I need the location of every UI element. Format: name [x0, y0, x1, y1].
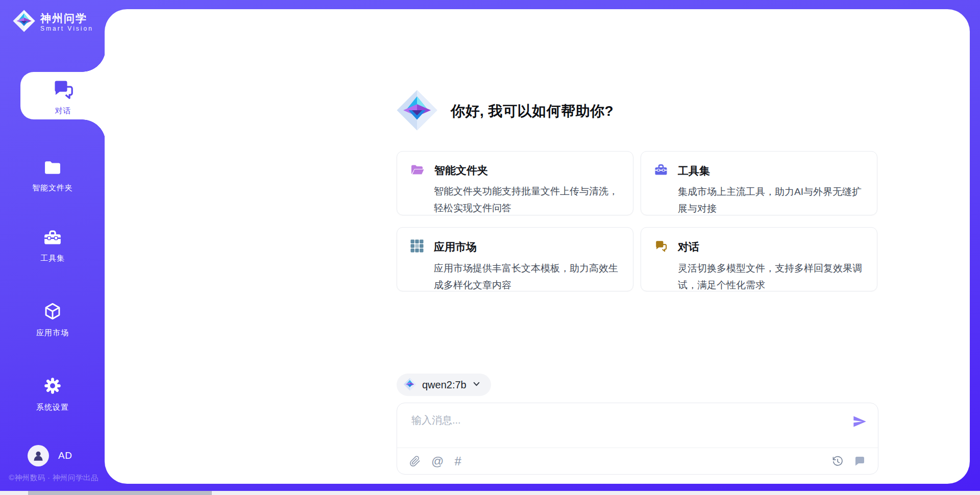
sidebar-item-app-market[interactable]: 应用市场: [0, 302, 105, 338]
chevron-down-icon: [472, 380, 481, 390]
chat-bubble-icon: [853, 455, 866, 467]
card-title: 工具集: [678, 164, 710, 178]
history-button[interactable]: [831, 455, 843, 467]
message-composer: @ #: [397, 403, 878, 475]
chat-icon: [52, 78, 75, 103]
cube-icon: [43, 302, 62, 323]
card-description: 集成市场上主流工具，助力AI与外界无缝扩展与对接: [678, 183, 864, 217]
card-smart-folder[interactable]: 智能文件夹 智能文件夹功能支持批量文件上传与清洗，轻松实现文件问答: [397, 151, 633, 215]
model-selector[interactable]: qwen2:7b: [397, 374, 491, 396]
sidebar-item-chat[interactable]: 对话: [20, 72, 106, 119]
folder-open-icon: [410, 163, 424, 178]
sidebar-item-label: 应用市场: [36, 328, 69, 338]
card-description: 智能文件夹功能支持批量文件上传与清洗，轻松实现文件问答: [434, 183, 620, 216]
main-panel: 你好, 我可以如何帮助你? 智能文件夹 智能文件夹功能支持批量文件上传与清洗，轻…: [105, 9, 970, 484]
toolbox-icon: [43, 229, 62, 248]
card-title: 应用市场: [434, 240, 477, 254]
card-toolset[interactable]: 工具集 集成市场上主流工具，助力AI与外界无缝扩展与对接: [641, 151, 877, 215]
paperclip-icon: [409, 456, 421, 467]
composer-toolbar: @ #: [397, 448, 878, 474]
horizontal-scrollbar-thumb[interactable]: [28, 491, 212, 495]
horizontal-scrollbar: [0, 491, 980, 495]
grid-icon: [410, 239, 424, 255]
mention-button[interactable]: @: [431, 456, 444, 467]
sidebar-item-settings[interactable]: 系统设置: [0, 377, 105, 412]
greeting-title: 你好, 我可以如何帮助你?: [451, 102, 614, 121]
hashtag-button[interactable]: #: [454, 456, 461, 467]
user-profile[interactable]: AD: [28, 445, 72, 466]
greeting-header: 你好, 我可以如何帮助你?: [396, 89, 614, 134]
card-chat[interactable]: 对话 灵活切换多模型文件，支持多样回复效果调试，满足个性化需求: [641, 227, 877, 291]
card-title: 对话: [678, 240, 699, 254]
attach-file-button[interactable]: [409, 456, 421, 467]
at-sign-icon: @: [431, 456, 444, 467]
gear-icon: [43, 377, 62, 397]
copyright-footer: ©神州数码 · 神州问学出品: [0, 473, 107, 483]
brand-name: 神州问学: [40, 12, 93, 25]
card-description: 灵活切换多模型文件，支持多样回复效果调试，满足个性化需求: [678, 260, 864, 293]
sidebar-item-label: 工具集: [40, 254, 65, 263]
history-icon: [831, 455, 843, 467]
brand-subtitle: Smart Vision: [40, 25, 93, 32]
card-title: 智能文件夹: [434, 163, 488, 178]
assistant-logo-icon: [396, 89, 438, 134]
send-button[interactable]: [852, 414, 867, 429]
sidebar-item-toolset[interactable]: 工具集: [0, 229, 105, 263]
sidebar-item-smart-folder[interactable]: 智能文件夹: [0, 159, 105, 193]
model-logo-icon: [403, 378, 416, 392]
briefcase-icon: [654, 163, 668, 178]
sidebar-item-label: 智能文件夹: [32, 183, 73, 193]
card-app-market[interactable]: 应用市场 应用市场提供丰富长文本模板，助力高效生成多样化文章内容: [397, 227, 633, 291]
sidebar-item-label: 系统设置: [36, 403, 69, 412]
hash-icon: #: [454, 456, 461, 467]
avatar: [28, 445, 49, 466]
folder-icon: [43, 159, 62, 178]
user-name: AD: [58, 450, 72, 461]
app-window: 神州问学 Smart Vision 对话 智能文件夹: [0, 0, 980, 495]
sidebar: 神州问学 Smart Vision 对话 智能文件夹: [0, 0, 105, 495]
chat-bubbles-icon: [654, 239, 668, 255]
card-description: 应用市场提供丰富长文本模板，助力高效生成多样化文章内容: [434, 260, 620, 293]
model-name: qwen2:7b: [422, 379, 467, 391]
chat-history-button[interactable]: [853, 455, 866, 467]
sidebar-item-label: 对话: [55, 106, 71, 116]
feature-cards: 智能文件夹 智能文件夹功能支持批量文件上传与清洗，轻松实现文件问答: [397, 151, 879, 291]
message-input[interactable]: [410, 412, 831, 444]
brand: 神州问学 Smart Vision: [12, 9, 93, 35]
brand-logo-icon: [12, 9, 36, 35]
